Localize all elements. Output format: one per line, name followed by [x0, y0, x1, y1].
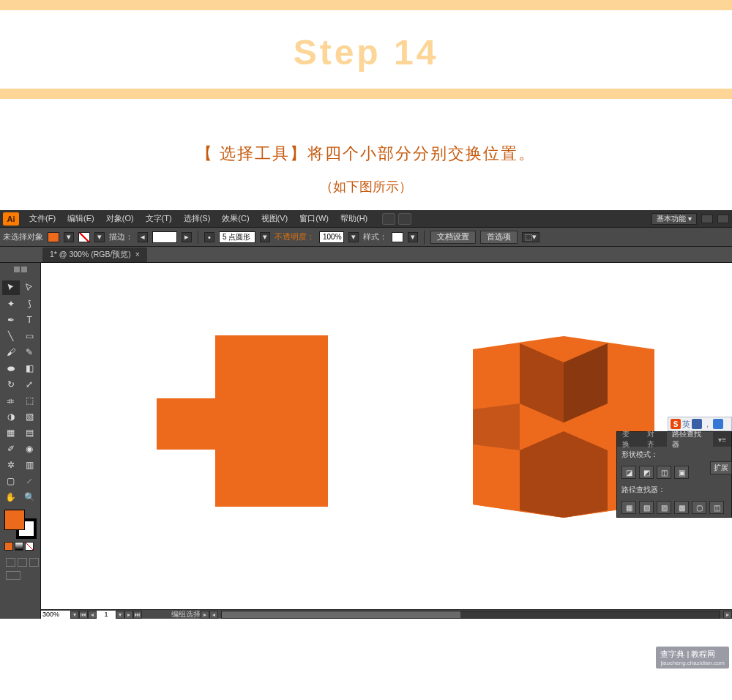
exclude-icon[interactable]: ▣ — [674, 466, 689, 479]
screen-mode-icon[interactable] — [398, 213, 411, 225]
perspective-tool[interactable]: ▧ — [21, 409, 39, 424]
brush-dropdown[interactable]: ▾ — [260, 232, 270, 242]
intersect-icon[interactable]: ◫ — [657, 466, 671, 479]
arrange-documents-icon[interactable] — [382, 213, 395, 225]
opacity-input[interactable]: 100% — [319, 231, 344, 243]
fill-swatch[interactable] — [48, 232, 59, 242]
blend-tool[interactable]: ◉ — [21, 442, 39, 456]
ime-lang[interactable]: 英 — [682, 419, 690, 430]
scale-tool[interactable]: ⤢ — [21, 377, 39, 392]
gradient-mode-icon[interactable] — [15, 542, 23, 551]
merge-icon[interactable]: ▨ — [657, 501, 671, 514]
h-scrollbar[interactable] — [221, 611, 720, 619]
scroll-right[interactable]: ▸ — [723, 611, 732, 619]
expand-button[interactable]: 扩展 — [710, 461, 732, 474]
tab-pathfinder[interactable]: 路径查找器 — [667, 432, 714, 447]
menu-view[interactable]: 视图(V) — [255, 213, 294, 224]
artboard-dropdown[interactable]: ▾ — [116, 611, 124, 619]
stroke-weight-down[interactable]: ◂ — [138, 232, 148, 242]
align-flyout[interactable]: ⬚▾ — [522, 232, 539, 242]
screen-mode-toggle[interactable] — [6, 571, 20, 580]
direct-selection-tool[interactable] — [21, 280, 39, 295]
window-restore[interactable] — [717, 215, 729, 223]
unite-icon[interactable]: ◪ — [621, 466, 636, 479]
rectangle-tool[interactable]: ▭ — [21, 329, 39, 343]
sogou-icon[interactable]: S — [671, 419, 681, 429]
slice-tool[interactable]: ⟋ — [21, 474, 39, 488]
style-swatch[interactable] — [392, 232, 403, 242]
h-scroll-thumb[interactable] — [222, 611, 460, 618]
prev-artboard[interactable]: ◂ — [88, 611, 97, 619]
menu-effect[interactable]: 效果(C) — [216, 213, 255, 224]
line-tool[interactable]: ╲ — [2, 329, 20, 343]
opacity-dropdown[interactable]: ▾ — [348, 232, 359, 242]
tab-align[interactable]: 对齐 — [642, 432, 667, 447]
artboard-tool[interactable]: ▢ — [2, 474, 20, 488]
type-tool[interactable]: T — [21, 313, 39, 327]
tab-transform[interactable]: 变换 — [617, 432, 642, 447]
color-mode-icon[interactable] — [4, 542, 13, 551]
document-setup-button[interactable]: 文档设置 — [430, 231, 476, 244]
toolbox-grip[interactable] — [1, 266, 40, 278]
graph-tool[interactable]: ▥ — [21, 458, 39, 472]
fill-color[interactable] — [4, 510, 25, 530]
menu-window[interactable]: 窗口(W) — [294, 213, 335, 224]
fill-stroke-indicator[interactable] — [4, 510, 37, 539]
menu-select[interactable]: 选择(S) — [178, 213, 217, 224]
stroke-weight-up[interactable]: ▸ — [182, 232, 192, 242]
artboard-number[interactable]: 1 — [97, 611, 116, 619]
first-artboard[interactable]: ⏮ — [79, 611, 88, 619]
magic-wand-tool[interactable]: ✦ — [2, 297, 20, 311]
menu-help[interactable]: 帮助(H) — [335, 213, 373, 224]
draw-inside-icon[interactable] — [29, 558, 39, 567]
document-tab[interactable]: 1* @ 300% (RGB/预览) × — [42, 247, 147, 262]
gradient-tool[interactable]: ▤ — [21, 425, 39, 440]
lasso-tool[interactable]: ⟆ — [21, 297, 39, 311]
close-tab-icon[interactable]: × — [135, 250, 140, 260]
divide-icon[interactable]: ▦ — [621, 501, 636, 514]
outline-icon[interactable]: ▢ — [692, 501, 706, 514]
canvas[interactable]: S 英 ， 变换 对齐 路径查找器 ▾≡ 形状模式： — [41, 263, 732, 619]
menu-edit[interactable]: 编辑(E) — [61, 213, 100, 224]
next-artboard[interactable]: ▸ — [124, 611, 133, 619]
ime-keyboard-icon[interactable] — [713, 419, 723, 429]
profile-arrow[interactable]: • — [204, 232, 214, 242]
minus-back-icon[interactable]: ◫ — [709, 501, 724, 514]
stroke-weight-input[interactable] — [152, 231, 177, 243]
none-mode-icon[interactable] — [25, 542, 34, 551]
rotate-tool[interactable]: ↻ — [2, 377, 20, 392]
window-minimize[interactable] — [701, 215, 713, 223]
blob-brush-tool[interactable]: ⬬ — [2, 361, 20, 376]
width-tool[interactable]: ⟚ — [2, 393, 20, 408]
shape-builder-tool[interactable]: ◑ — [2, 409, 20, 424]
free-transform-tool[interactable]: ⬚ — [21, 393, 39, 408]
trim-icon[interactable]: ▧ — [639, 501, 654, 514]
eraser-tool[interactable]: ◧ — [21, 361, 39, 376]
draw-normal-icon[interactable] — [6, 558, 15, 567]
status-flyout[interactable]: ▸ — [201, 611, 209, 619]
mesh-tool[interactable]: ▦ — [2, 425, 20, 440]
pen-tool[interactable]: ✒ — [2, 313, 20, 327]
artwork-left-shape[interactable] — [157, 335, 328, 507]
menu-object[interactable]: 对象(O) — [100, 213, 140, 224]
scroll-left[interactable]: ◂ — [209, 611, 218, 619]
symbol-sprayer-tool[interactable]: ✲ — [2, 458, 20, 472]
brush-profile[interactable]: 5 点圆形 — [219, 231, 255, 243]
draw-behind-icon[interactable] — [18, 558, 27, 567]
preferences-button[interactable]: 首选项 — [480, 231, 518, 244]
eyedropper-tool[interactable]: ✐ — [2, 442, 20, 456]
zoom-input[interactable]: 300% — [41, 611, 70, 619]
menu-file[interactable]: 文件(F) — [23, 213, 61, 224]
crop-icon[interactable]: ▩ — [674, 501, 689, 514]
style-dropdown[interactable]: ▾ — [408, 232, 418, 242]
pencil-tool[interactable]: ✎ — [21, 345, 39, 360]
zoom-dropdown[interactable]: ▾ — [70, 611, 79, 619]
last-artboard[interactable]: ⏭ — [133, 611, 142, 619]
minus-front-icon[interactable]: ◩ — [639, 466, 654, 479]
stroke-dropdown[interactable]: ▾ — [94, 232, 105, 242]
hand-tool[interactable]: ✋ — [2, 490, 20, 504]
menu-type[interactable]: 文字(T) — [140, 213, 178, 224]
selection-tool[interactable] — [2, 280, 20, 295]
stroke-swatch[interactable] — [78, 232, 90, 242]
panel-menu-icon[interactable]: ▾≡ — [713, 432, 731, 447]
